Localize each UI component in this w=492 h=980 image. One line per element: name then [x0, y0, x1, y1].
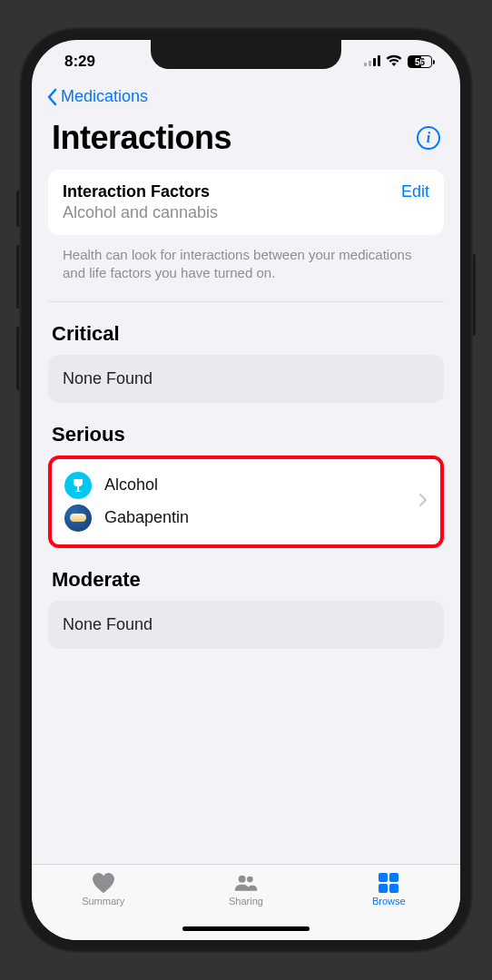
moderate-empty: None Found	[48, 601, 444, 649]
factors-title: Interaction Factors	[63, 182, 210, 201]
section-moderate-title: Moderate	[48, 548, 444, 601]
svg-rect-8	[379, 884, 388, 893]
chevron-left-icon	[46, 88, 57, 106]
notch	[151, 40, 341, 69]
interaction-label: Alcohol	[104, 475, 158, 495]
tab-sharing[interactable]: Sharing	[210, 872, 282, 906]
svg-rect-6	[379, 873, 388, 882]
svg-rect-7	[389, 873, 399, 882]
battery-percent: 56	[415, 57, 425, 67]
interaction-item: Gabapentin	[64, 505, 189, 532]
critical-empty: None Found	[48, 355, 444, 403]
alcohol-icon	[64, 472, 92, 499]
interaction-item: Alcohol	[64, 472, 189, 499]
volume-button	[16, 327, 19, 390]
interaction-label: Gabapentin	[104, 508, 189, 527]
section-serious-title: Serious	[48, 403, 444, 456]
chevron-right-icon	[418, 491, 428, 512]
status-right: 56	[364, 53, 435, 71]
serious-interaction-row[interactable]: Alcohol Gabapentin	[48, 456, 444, 548]
tab-label: Sharing	[229, 896, 263, 906]
tab-browse[interactable]: Browse	[352, 872, 425, 906]
wifi-icon	[386, 53, 402, 71]
power-button	[473, 254, 476, 336]
phone-frame: 8:29 56 Medications Interactions	[19, 27, 473, 953]
battery-icon: 56	[408, 55, 435, 68]
info-icon[interactable]: i	[417, 126, 440, 150]
heart-icon	[91, 872, 116, 894]
grid-icon	[376, 872, 401, 894]
svg-point-5	[247, 877, 253, 883]
svg-rect-3	[378, 55, 380, 66]
home-indicator[interactable]	[182, 926, 310, 931]
signal-icon	[364, 53, 380, 71]
page-title: Interactions	[52, 119, 231, 157]
interaction-factors-card[interactable]: Interaction Factors Edit Alcohol and can…	[48, 170, 444, 235]
people-icon	[233, 872, 259, 894]
svg-rect-0	[364, 63, 367, 66]
edit-button[interactable]: Edit	[401, 182, 429, 201]
title-row: Interactions i	[48, 113, 444, 170]
factors-subtitle: Alcohol and cannabis	[63, 203, 429, 222]
content: Interactions i Interaction Factors Edit …	[32, 113, 460, 864]
tab-label: Summary	[82, 896, 124, 906]
svg-rect-2	[373, 58, 376, 66]
back-label: Medications	[61, 87, 148, 106]
section-critical-title: Critical	[48, 302, 444, 355]
pill-icon	[64, 505, 92, 532]
status-time: 8:29	[64, 53, 95, 71]
back-button[interactable]: Medications	[32, 83, 460, 113]
svg-point-4	[239, 876, 246, 883]
tab-label: Browse	[372, 896, 406, 906]
tab-summary[interactable]: Summary	[67, 872, 140, 906]
info-note: Health can look for interactions between…	[48, 235, 444, 302]
svg-rect-9	[389, 884, 399, 893]
screen: 8:29 56 Medications Interactions	[32, 40, 460, 940]
svg-rect-1	[369, 61, 371, 66]
